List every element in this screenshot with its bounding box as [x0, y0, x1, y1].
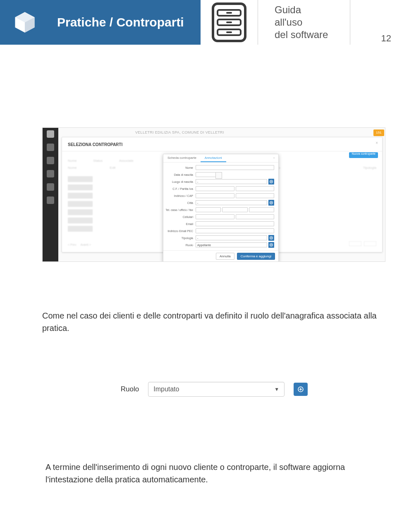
sidebar-icon[interactable]: [47, 170, 54, 177]
app-screenshot: VELLETRI EDILIZIA SPA, COMUNE DI VELLETR…: [42, 127, 385, 262]
label-cf: C.F. / Partita Iva: [163, 187, 196, 190]
add-button[interactable]: [268, 179, 274, 185]
sidebar-icon[interactable]: [47, 130, 54, 138]
tel-uff-field[interactable]: [222, 207, 247, 212]
tab-scheda[interactable]: Scheda controparte: [163, 154, 201, 162]
label-tipologia: Tipologia: [163, 237, 196, 240]
label-cell: Cellulari: [163, 216, 196, 218]
cf-field[interactable]: [196, 186, 234, 191]
nome-field[interactable]: [196, 165, 274, 170]
cabinet-block: [201, 0, 258, 45]
add-button[interactable]: [268, 235, 274, 241]
tipologia-select[interactable]: -: [196, 235, 267, 240]
add-button[interactable]: [268, 200, 274, 206]
sidebar-icon[interactable]: [47, 197, 54, 204]
cap-field[interactable]: [236, 193, 275, 198]
ruolo-label: Ruolo: [121, 385, 139, 393]
indirizzo-field[interactable]: [196, 193, 234, 198]
add-ruolo-button[interactable]: [294, 383, 308, 396]
label-tel: Tel. casa / ufficio / fax: [163, 208, 196, 211]
label-email: Email: [163, 223, 196, 225]
logo-block: [0, 0, 50, 45]
modal-footer: Annulla Conferma e aggiungi: [163, 250, 278, 262]
cell1-field[interactable]: [196, 214, 234, 219]
select-controparti-panel: SELEZIONA CONTROPARTI × Nuova contropart…: [62, 137, 383, 252]
label-citta: Città: [163, 201, 196, 204]
modal-tabs: Scheda controparte Annotazioni ×: [163, 154, 278, 163]
page-number: 12: [350, 0, 397, 45]
guide-line: Guida: [275, 4, 350, 16]
confirm-button[interactable]: Conferma e aggiungi: [237, 253, 275, 260]
add-button[interactable]: [268, 242, 274, 248]
label-nome: Nome: [163, 166, 196, 169]
tel-casa-field[interactable]: [196, 207, 221, 212]
cube-icon: [13, 11, 36, 34]
data-nascita-field[interactable]: [196, 172, 216, 177]
guide-line: del software: [275, 29, 350, 41]
pec-field[interactable]: [196, 228, 274, 233]
fax-field[interactable]: [249, 207, 274, 212]
sidebar-icon[interactable]: [47, 157, 54, 164]
citta-select[interactable]: -: [196, 200, 267, 205]
guide-line: all'uso: [275, 16, 350, 29]
sidebar-icon[interactable]: [47, 144, 54, 151]
modal-body: Nome Data di nascita Luogo di nascita- C…: [163, 163, 278, 250]
chevron-down-icon: ▼: [274, 386, 279, 392]
paragraph: Come nel caso dei clienti e delle contro…: [42, 309, 386, 334]
close-icon[interactable]: ×: [270, 154, 278, 162]
new-controparte-button[interactable]: Nuova controparte: [349, 152, 378, 158]
label-indirizzo: Indirizzo / CAP: [163, 194, 196, 197]
piva-field[interactable]: [236, 186, 275, 191]
cabinet-icon: [212, 2, 246, 42]
email-field[interactable]: [196, 221, 274, 226]
page-header: Pratiche / Controparti Guida all'uso del…: [0, 0, 397, 45]
ruolo-select[interactable]: Imputato ▼: [148, 382, 285, 397]
cell2-field[interactable]: [236, 214, 275, 219]
panel-toolbar: Nuova controparte: [349, 152, 378, 158]
breadcrumb-blur: VELLETRI EDILIZIA SPA, COMUNE DI VELLETR…: [58, 128, 273, 137]
paragraph: A termine dell'inserimento di ogni nuovo…: [45, 461, 386, 486]
close-icon[interactable]: ×: [375, 141, 378, 145]
title-block: Pratiche / Controparti: [50, 0, 201, 45]
ruolo-value: Imputato: [153, 386, 179, 393]
cancel-button[interactable]: Annulla: [216, 253, 234, 260]
label-data-nascita: Data di nascita: [163, 173, 196, 176]
panel-title: SELEZIONA CONTROPARTI: [62, 137, 382, 151]
luogo-nascita-select[interactable]: -: [196, 179, 267, 184]
sidebar-icon[interactable]: [47, 183, 54, 191]
label-ruolo: Ruolo: [163, 244, 196, 247]
label-luogo-nascita: Luogo di nascita: [163, 180, 196, 183]
tab-annotazioni[interactable]: Annotazioni: [201, 154, 226, 162]
ruolo-select[interactable]: Appellante: [196, 242, 267, 247]
ruolo-detail: Ruolo Imputato ▼: [42, 382, 386, 397]
notify-badge[interactable]: 151: [373, 129, 384, 136]
page-title: Pratiche / Controparti: [57, 15, 184, 29]
label-pec: Indirizzo Email PEC: [163, 230, 196, 232]
scheda-controparte-modal: Scheda controparte Annotazioni × Nome Da…: [163, 154, 279, 262]
app-sidebar: [43, 128, 58, 261]
guide-block: Guida all'uso del software: [258, 0, 350, 45]
